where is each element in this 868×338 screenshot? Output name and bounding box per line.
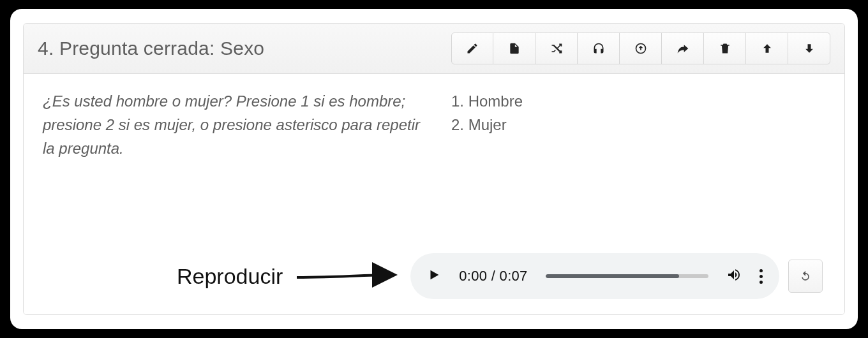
annotation-arrow-icon bbox=[294, 261, 403, 291]
volume-button[interactable] bbox=[726, 267, 742, 285]
upload-button[interactable] bbox=[620, 33, 662, 64]
headphones-icon bbox=[592, 42, 605, 55]
refresh-button[interactable] bbox=[788, 260, 823, 293]
volume-icon bbox=[726, 267, 742, 283]
shuffle-button[interactable] bbox=[535, 33, 578, 64]
trash-icon bbox=[719, 42, 731, 55]
audio-progress-fill bbox=[546, 274, 680, 278]
audio-total-time: 0:07 bbox=[500, 268, 528, 284]
audio-player: 0:00 / 0:07 bbox=[410, 253, 779, 299]
pencil-icon bbox=[466, 42, 479, 55]
answer-options: 1. Hombre 2. Mujer bbox=[451, 89, 825, 161]
share-icon bbox=[677, 42, 689, 55]
panel-title: 4. Pregunta cerrada: Sexo bbox=[38, 38, 264, 59]
file-icon bbox=[508, 42, 521, 55]
arrow-down-icon bbox=[803, 42, 816, 55]
question-prompt: ¿Es usted hombre o mujer? Presione 1 si … bbox=[43, 89, 426, 161]
share-button[interactable] bbox=[662, 33, 704, 64]
play-icon bbox=[427, 268, 441, 282]
audio-time: 0:00 / 0:07 bbox=[459, 268, 527, 284]
panel-toolbar bbox=[451, 33, 830, 64]
refresh-icon bbox=[799, 270, 812, 283]
panel-body: ¿Es usted hombre o mujer? Presione 1 si … bbox=[24, 74, 844, 314]
move-down-button[interactable] bbox=[788, 33, 830, 64]
arrow-up-icon bbox=[761, 42, 774, 55]
file-button[interactable] bbox=[493, 33, 535, 64]
audio-progress[interactable] bbox=[546, 274, 709, 278]
audio-current-time: 0:00 bbox=[459, 268, 487, 284]
shuffle-icon bbox=[550, 42, 563, 55]
move-up-button[interactable] bbox=[746, 33, 788, 64]
audio-menu-button[interactable] bbox=[760, 269, 763, 284]
delete-button[interactable] bbox=[704, 33, 746, 64]
panel-header: 4. Pregunta cerrada: Sexo bbox=[24, 24, 844, 74]
answer-option-2: 2. Mujer bbox=[451, 113, 825, 136]
circle-up-icon bbox=[634, 42, 647, 55]
edit-button[interactable] bbox=[451, 33, 493, 64]
headphones-button[interactable] bbox=[578, 33, 620, 64]
play-button[interactable] bbox=[427, 268, 441, 284]
annotation-label: Reproducir bbox=[177, 264, 283, 289]
answer-option-1: 1. Hombre bbox=[451, 89, 825, 113]
question-panel: 4. Pregunta cerrada: Sexo bbox=[23, 23, 845, 315]
audio-row: Reproducir 0:00 / bbox=[24, 253, 844, 299]
